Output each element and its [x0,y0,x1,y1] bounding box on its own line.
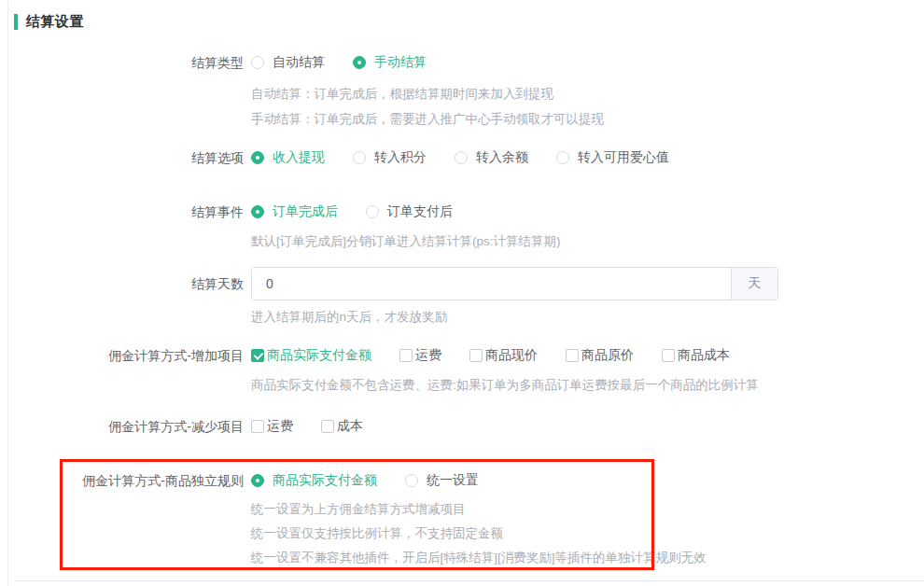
form-row-commission-subtract-items: 佣金计算方式-减少项目 运费 成本 [8,417,924,436]
input-addon-unit: 天 [731,268,777,300]
form-label: 佣金计算方式-商品独立规则 [8,471,244,570]
form-row-settlement-event: 结算事件 订单完成后 订单支付后 默认[订单完成后]分销订单进入结算计算(ps:… [8,202,924,254]
form-row-settlement-type: 结算类型 自动结算 手动结算 自动结算：订单完成后，根据结算期时间来加入到提现 … [8,53,924,132]
radio-manual-settle[interactable]: 手动结算 [353,54,427,71]
section-header: 结算设置 [14,13,924,31]
bottom-divider [14,580,924,581]
help-text: 手动结算：订单完成后，需要进入推广中心手动领取才可以提现 [251,106,924,132]
radio-order-completed[interactable]: 订单完成后 [251,203,338,220]
radio-label: 转入余额 [476,149,528,166]
form-label: 结算选项 [8,148,244,167]
checkbox-unchecked-icon [469,349,483,362]
help-text: 进入结算期后的n天后，才发放奖励 [251,304,924,329]
checkbox-minus-cost[interactable]: 成本 [321,418,363,435]
radio-unchecked-icon [353,151,366,164]
settings-panel: 结算设置 结算类型 自动结算 手动结算 自动结算：订单完成后，根据结算期时间来加… [7,0,924,586]
help-text: 统一设置仅支持按比例计算，不支持固定金额 [251,522,924,546]
form-row-settlement-option: 结算选项 收入提现 转入积分 转入余额 [8,148,924,167]
radio-unchecked-icon [405,474,418,487]
radio-to-balance[interactable]: 转入余额 [455,149,528,166]
checkbox-product-current-price[interactable]: 商品现价 [469,347,538,364]
checkbox-checked-icon [251,349,264,362]
radio-income-withdraw[interactable]: 收入提现 [251,149,325,166]
help-text: 自动结算：订单完成后，根据结算期时间来加入到提现 [251,81,924,106]
radio-to-love-value[interactable]: 转入可用爱心值 [556,149,669,166]
radio-unchecked-icon [455,151,468,164]
help-text: 默认[订单完成后]分销订单进入结算计算(ps:计算结算期) [251,229,924,254]
form-row-settlement-days: 结算天数 天 进入结算期后的n天后，才发放奖励 [8,267,924,329]
form-label: 结算事件 [8,202,244,254]
settlement-days-input-group: 天 [251,267,778,300]
form-label: 结算天数 [8,267,244,329]
checkbox-label: 商品成本 [678,347,730,364]
radio-to-points[interactable]: 转入积分 [353,149,427,166]
radio-unchecked-icon [251,56,264,69]
help-text: 统一设置不兼容其他插件，开启后[特殊结算][消费奖励]等插件的单独计算规则无效 [251,546,924,570]
form-label: 结算类型 [8,53,244,132]
checkbox-label: 运费 [415,347,441,364]
checkbox-actual-pay-amount[interactable]: 商品实际支付金额 [251,347,371,364]
radio-label: 自动结算 [273,54,325,71]
radio-label: 手动结算 [374,54,427,71]
checkbox-product-cost[interactable]: 商品成本 [662,347,730,364]
checkbox-label: 运费 [267,418,293,435]
settlement-days-input[interactable] [252,268,731,300]
radio-checked-icon [251,205,264,218]
section-accent-bar [14,14,18,30]
checkbox-label: 商品实际支付金额 [267,347,371,364]
radio-label: 转入积分 [374,149,427,166]
radio-auto-settle[interactable]: 自动结算 [251,54,325,71]
help-text: 商品实际支付金额不包含运费、运费:如果订单为多商品订单运费按最后一个商品的比例计… [251,372,924,398]
checkbox-label: 商品现价 [485,347,538,364]
form-label: 佣金计算方式-减少项目 [8,417,244,436]
checkbox-unchecked-icon [251,420,264,433]
checkbox-unchecked-icon [662,349,675,362]
radio-product-actual-pay[interactable]: 商品实际支付金额 [251,472,377,489]
form-label: 佣金计算方式-增加项目 [8,346,244,398]
checkbox-label: 成本 [337,418,363,435]
form-row-commission-product-rule: 佣金计算方式-商品独立规则 商品实际支付金额 统一设置 统一设置为上方佣金结算方… [8,471,924,570]
radio-label: 订单支付后 [387,203,453,220]
checkbox-label: 商品原价 [581,347,634,364]
highlighted-section: 佣金计算方式-商品独立规则 商品实际支付金额 统一设置 统一设置为上方佣金结算方… [8,471,924,570]
form-row-commission-add-items: 佣金计算方式-增加项目 商品实际支付金额 运费 商品现价 [8,346,924,398]
radio-checked-icon [353,56,366,69]
help-text: 统一设置为上方佣金结算方式增减项目 [251,497,924,522]
radio-label: 商品实际支付金额 [273,472,377,489]
radio-unified-setting[interactable]: 统一设置 [405,472,479,489]
radio-unchecked-icon [556,151,569,164]
radio-label: 统一设置 [427,472,479,489]
radio-order-paid[interactable]: 订单支付后 [366,203,453,220]
section-title: 结算设置 [26,13,84,31]
checkbox-unchecked-icon [399,349,413,362]
radio-checked-icon [251,474,264,487]
radio-label: 订单完成后 [273,203,338,220]
checkbox-unchecked-icon [321,420,334,433]
checkbox-unchecked-icon [566,349,579,362]
radio-label: 转入可用爱心值 [578,149,669,166]
radio-unchecked-icon [366,205,379,218]
checkbox-product-original-price[interactable]: 商品原价 [566,347,634,364]
checkbox-shipping-fee[interactable]: 运费 [399,347,441,364]
settlement-form: 结算类型 自动结算 手动结算 自动结算：订单完成后，根据结算期时间来加入到提现 … [8,53,924,570]
radio-checked-icon [251,151,264,164]
checkbox-minus-shipping-fee[interactable]: 运费 [251,418,293,435]
radio-label: 收入提现 [273,149,325,166]
